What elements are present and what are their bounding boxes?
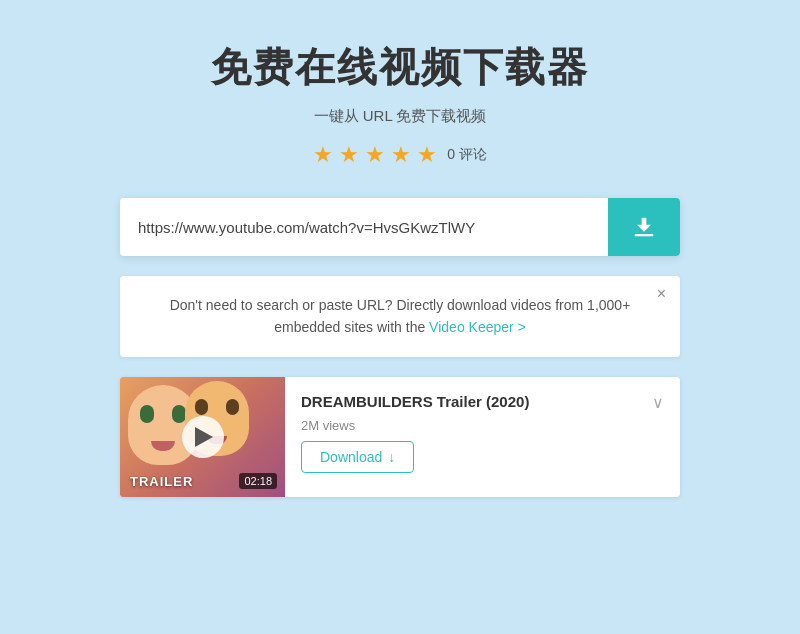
download-label: Download	[320, 449, 382, 465]
video-card: TRAILER 02:18 ∨ DREAMBUILDERS Trailer (2…	[120, 377, 680, 497]
url-bar	[120, 198, 680, 256]
page-title: 免费在线视频下载器	[211, 40, 589, 95]
review-count: 0 评论	[447, 146, 487, 164]
star-4: ★	[391, 142, 411, 168]
star-5: ★	[417, 142, 437, 168]
duration-badge: 02:18	[239, 473, 277, 489]
subtitle: 一键从 URL 免费下载视频	[314, 107, 487, 126]
star-3: ★	[365, 142, 385, 168]
download-arrow-icon: ↓	[388, 449, 395, 465]
url-download-button[interactable]	[608, 198, 680, 256]
star-1: ★	[313, 142, 333, 168]
info-box: × Don't need to search or paste URL? Dir…	[120, 276, 680, 357]
stars-row: ★ ★ ★ ★ ★ 0 评论	[313, 142, 487, 168]
info-text: Don't need to search or paste URL? Direc…	[170, 297, 631, 335]
play-button[interactable]	[182, 416, 224, 458]
video-title: DREAMBUILDERS Trailer (2020)	[301, 393, 660, 410]
url-input[interactable]	[120, 198, 608, 256]
trailer-label: TRAILER	[130, 474, 193, 489]
download-icon	[630, 213, 658, 241]
close-button[interactable]: ×	[657, 286, 666, 302]
star-2: ★	[339, 142, 359, 168]
svg-rect-0	[635, 234, 654, 236]
video-keeper-link[interactable]: Video Keeper >	[429, 319, 526, 335]
video-thumbnail: TRAILER 02:18	[120, 377, 285, 497]
play-triangle-icon	[195, 427, 213, 447]
video-views: 2M views	[301, 418, 660, 433]
download-button[interactable]: Download ↓	[301, 441, 414, 473]
chevron-icon[interactable]: ∨	[652, 393, 664, 412]
video-info: ∨ DREAMBUILDERS Trailer (2020) 2M views …	[285, 377, 680, 489]
